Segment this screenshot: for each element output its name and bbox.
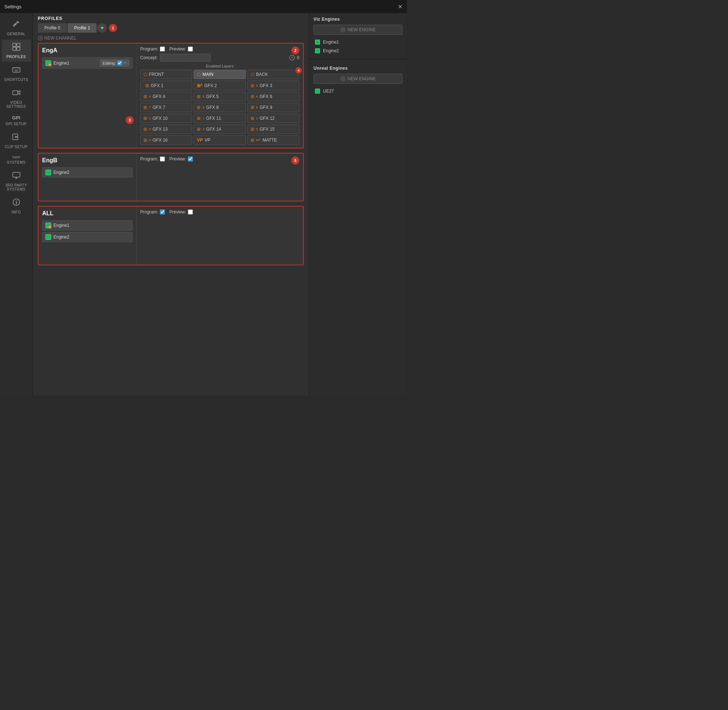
sidebar-item-info[interactable]: INFO [2, 195, 31, 217]
sidebar-item-systems[interactable]: \vizrt\ SYSTEMS [2, 153, 31, 167]
new-unreal-engine-button[interactable]: NEW ENGINE [313, 74, 403, 84]
sidebar-item-3rd-party[interactable]: 3RD PARTY SYSTEMS [2, 168, 31, 194]
right-ue27-label: UE27 [323, 89, 334, 94]
layer-gfx4[interactable]: ⊞4 GFX 4 [140, 92, 192, 101]
concept-input-enga[interactable] [160, 54, 211, 62]
sidebar-item-label-gpi: GPI SETUP [6, 122, 27, 126]
engine-item-engine1-all[interactable]: ✏ Engine1 [42, 220, 132, 230]
layer-gfx16[interactable]: ⊞6 GFX 16 [140, 135, 192, 145]
engine2-icon-engb [46, 170, 51, 175]
play-icon [12, 132, 21, 143]
tab-profile0[interactable]: Profile 0 [38, 23, 67, 33]
monitor-icon [12, 171, 21, 182]
right-engine1-item[interactable]: Engine1 [313, 38, 403, 47]
layer-gfx8[interactable]: ⊞8 GFX 8 [194, 103, 246, 112]
layer-gfx15[interactable]: ⊞5 GFX 15 [247, 125, 299, 134]
engine-item-engine2-engb[interactable]: Engine2 [42, 167, 132, 178]
sidebar-item-label-profiles: PROFILES [7, 55, 26, 59]
viz-engines-title: Viz Engines [313, 17, 403, 22]
sidebar-item-general[interactable]: GENERAL [2, 17, 31, 39]
svg-rect-11 [13, 91, 18, 95]
layer-front-label: FRONT [149, 72, 164, 77]
layer-gfx11[interactable]: ⊞1 GFX 11 [194, 114, 246, 123]
layer-gfx2[interactable]: ⊞2 GFX 2 [194, 81, 246, 90]
svg-rect-1 [13, 43, 16, 47]
clock-group-enga: 0 [289, 55, 299, 61]
program-checkbox-engb[interactable] [160, 157, 165, 161]
program-checkbox-all[interactable] [160, 210, 165, 214]
layer-gfx1[interactable]: ⊞ GFX 1 [140, 81, 192, 90]
gfx3-icon: ⊞ [251, 83, 254, 88]
channel-card-all: ALL ✏ Engine1 Engine2 [38, 206, 304, 266]
engine1-icon: ✏ [46, 60, 51, 66]
sidebar-item-label-general: GENERAL [7, 32, 25, 36]
layer-main[interactable]: ⬡ MAIN [194, 70, 246, 79]
gfx10-icon: ⊞ [144, 116, 147, 121]
layer-gfx5[interactable]: ⊞5 GFX 5 [194, 92, 246, 101]
right-engine2-item[interactable]: Engine2 [313, 47, 403, 55]
layer-gfx12[interactable]: ⊞2 GFX 12 [247, 114, 299, 123]
clock-value-enga: 0 [297, 55, 299, 60]
all-controls-row: Program: Preview: [140, 210, 299, 214]
editing-checkbox[interactable] [117, 61, 122, 65]
tab-add-button[interactable]: + [97, 23, 107, 33]
sidebar-item-label-systems: SYSTEMS [7, 160, 25, 164]
layer-front[interactable]: ⬡ FRONT [140, 70, 192, 79]
close-button[interactable]: ✕ [398, 3, 403, 10]
layer-gfx15-label: GFX 15 [260, 127, 275, 132]
layer-gfx8-label: GFX 8 [206, 105, 219, 110]
program-ctrl-group-engb: Program: [140, 157, 165, 161]
right-ue27-item[interactable]: UE27 [313, 87, 403, 95]
channel-all-inner: ALL ✏ Engine1 Engine2 [38, 207, 303, 265]
layer-gfx6[interactable]: ⊞6 GFX 6 [247, 92, 299, 101]
right-ue27-icon [315, 89, 320, 94]
layer-back[interactable]: ⬡ BACK 4 [247, 70, 299, 79]
layer-gfx14-label: GFX 14 [206, 127, 221, 132]
layer-gfx14[interactable]: ⊞4 GFX 14 [194, 125, 246, 134]
layers-icon-main: ⬡ [197, 72, 200, 77]
gfx14-icon: ⊞ [197, 127, 200, 132]
engine-item-engine2-all[interactable]: Engine2 [42, 232, 132, 242]
channel-enga-name: EngA [42, 47, 132, 54]
preview-checkbox-engb[interactable] [188, 157, 193, 161]
preview-ctrl-group: Preview: [169, 47, 193, 51]
channel-card-engb: 5 EngB Engine2 Program: [38, 153, 304, 201]
program-checkbox-enga[interactable] [160, 47, 165, 51]
new-viz-engine-button[interactable]: NEW ENGINE [313, 25, 403, 35]
program-ctrl-group-all: Program: [140, 210, 165, 214]
layer-gfx7-label: GFX 7 [153, 105, 165, 110]
step-badge-2: 2 [291, 47, 299, 54]
layer-vp[interactable]: VP VP [194, 135, 246, 145]
sidebar-item-video-settings[interactable]: VIDEO SETTINGS [2, 85, 31, 111]
sidebar-item-gpi-setup[interactable]: GPI GPI SETUP [2, 112, 31, 129]
layer-gfx12-label: GFX 12 [260, 116, 275, 121]
plus-circle-unreal-icon [340, 76, 346, 81]
layer-gfx4-label: GFX 4 [153, 94, 165, 99]
layer-gfx9[interactable]: ⊞9 GFX 9 [247, 103, 299, 112]
tab-profile1[interactable]: Profile 1 [68, 23, 97, 33]
sidebar-item-clip-setup[interactable]: CLIP SETUP [2, 130, 31, 152]
sidebar-item-profiles[interactable]: PROFILES [2, 40, 31, 62]
editing-badge: Editing: ✏ [100, 60, 129, 66]
layer-gfx3-label: GFX 3 [260, 83, 272, 88]
main-content: PROFILES Profile 0 Profile 1 + 1 NEW CHA… [33, 13, 309, 396]
layer-matte[interactable]: ⊞MT MATTE [247, 135, 299, 145]
channel-enga-inner: EngA ✏ Engine1 Editing: ✏ [38, 44, 303, 148]
layer-gfx10[interactable]: ⊞0 GFX 10 [140, 114, 192, 123]
sidebar-item-shortcuts[interactable]: SHORTCUTS [2, 62, 31, 85]
new-channel-row[interactable]: NEW CHANNEL [33, 35, 309, 43]
preview-checkbox-all[interactable] [188, 210, 193, 214]
layer-gfx3[interactable]: ⊞3 GFX 3 [247, 81, 299, 90]
layer-gfx9-label: GFX 9 [260, 105, 272, 110]
layer-gfx13[interactable]: ⊞3 GFX 13 [140, 125, 192, 134]
channel-card-enga: 2 EngA ✏ Engine1 Editing: ✏ [38, 43, 304, 148]
svg-rect-14 [13, 172, 20, 177]
program-label-engb: Program: [140, 157, 158, 161]
sidebar-item-label-clip: CLIP SETUP [5, 145, 28, 149]
gfx8-icon: ⊞ [197, 105, 200, 110]
engine-item-engine1[interactable]: ✏ Engine1 Editing: ✏ [42, 57, 132, 69]
preview-checkbox-enga[interactable] [188, 47, 193, 51]
gfx9-icon: ⊞ [251, 105, 254, 110]
engine1-icon-all: ✏ [46, 223, 51, 228]
layer-gfx7[interactable]: ⊞7 GFX 7 [140, 103, 192, 112]
